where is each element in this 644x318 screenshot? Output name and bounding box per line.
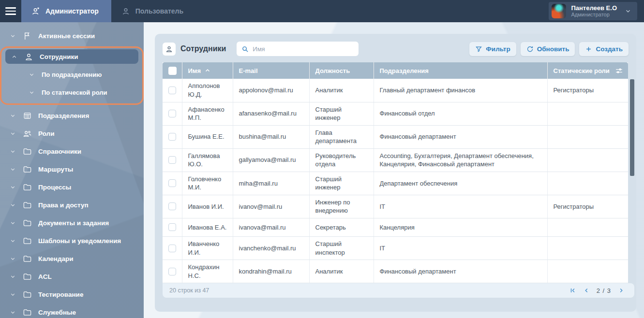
cell-email: kondrahin@mail.ru <box>233 260 309 283</box>
sidebar-item-employees[interactable]: Сотрудники <box>5 49 138 64</box>
table-row[interactable]: Бушина Е.Е. bushina@mail.ru Глава департ… <box>163 125 628 148</box>
cell-position: Аналитик <box>309 79 374 102</box>
create-button[interactable]: Создать <box>579 42 629 56</box>
select-all-checkbox[interactable] <box>168 67 177 75</box>
sidebar-item-directories[interactable]: Справочники <box>4 144 140 159</box>
cell-departments: Accounting, Бухгалтерия, Департамент обе… <box>374 148 547 172</box>
sidebar-item-rights-access[interactable]: Права и доступ <box>4 198 140 212</box>
chevron-down-icon <box>10 309 16 316</box>
column-header-name[interactable]: Имя <box>182 62 233 79</box>
sidebar-item-acl[interactable]: ACL <box>4 269 140 284</box>
row-checkbox[interactable] <box>168 202 176 210</box>
row-checkbox[interactable] <box>168 156 176 164</box>
sidebar-item-testing[interactable]: Тестирование <box>4 287 140 302</box>
sidebar-item-routes[interactable]: Маршруты <box>4 162 140 176</box>
filter-icon <box>475 45 482 53</box>
row-checkbox[interactable] <box>168 110 176 117</box>
sort-asc-icon <box>205 68 210 73</box>
table-row[interactable]: Кондрахин Н.С. kondrahin@mail.ru Аналити… <box>163 260 628 283</box>
page-title: Сотрудники <box>180 44 226 53</box>
sidebar-item-service[interactable]: Служебные <box>4 305 140 318</box>
cell-name: Кондрахин Н.С. <box>182 260 233 283</box>
sidebar-item-label: Справочники <box>38 148 81 155</box>
first-page-icon[interactable] <box>569 287 576 294</box>
cell-email: gallyamova@mail.ru <box>233 148 309 172</box>
flag-icon <box>23 31 32 41</box>
row-checkbox[interactable] <box>168 223 176 231</box>
refresh-button[interactable]: Обновить <box>521 42 575 56</box>
table-scrollbar[interactable] <box>630 79 634 176</box>
column-header-email[interactable]: E-mail <box>233 62 309 79</box>
cell-name: Апполонов Ю.Д. <box>182 79 233 102</box>
row-checkbox[interactable] <box>168 179 176 187</box>
sidebar-item-active-sessions[interactable]: Активные сессии <box>4 29 140 43</box>
chevron-down-icon <box>10 238 16 244</box>
cell-position: Инженер по внедрению <box>309 195 374 218</box>
table-row[interactable]: Галлямова Ю.О. gallyamova@mail.ru Руково… <box>163 148 628 172</box>
sidebar-item-label: Роли <box>38 130 54 137</box>
cell-name: Головченко М.И. <box>182 172 233 195</box>
sidebar-item-processes[interactable]: Процессы <box>4 180 140 194</box>
cell-departments: Финансовый отдел <box>374 102 547 125</box>
column-settings-icon[interactable] <box>615 67 623 75</box>
chevron-down-icon <box>10 202 16 208</box>
column-label: Подразделения <box>380 67 429 74</box>
person-icon <box>24 52 33 61</box>
cell-email: miha@mail.ru <box>233 172 309 195</box>
employees-table: Имя E-mail Должность Подразделения Стати… <box>163 62 629 298</box>
cell-position: Руководитель отдела <box>309 148 374 172</box>
row-checkbox[interactable] <box>168 133 176 141</box>
sidebar-item-label: Подразделения <box>38 112 89 119</box>
row-checkbox[interactable] <box>168 245 176 252</box>
page-title-icon-box <box>163 43 176 56</box>
prev-page-icon[interactable] <box>583 287 590 294</box>
row-checkbox[interactable] <box>168 268 176 275</box>
cell-roles <box>547 125 628 148</box>
filter-button[interactable]: Фильтр <box>469 42 516 56</box>
person-star-icon <box>31 6 41 16</box>
search-box <box>237 42 359 56</box>
cell-name: Афанасенко М.П. <box>182 102 233 125</box>
sidebar-item-departments[interactable]: Подразделения <box>4 108 140 123</box>
tab-administrator[interactable]: Администратор <box>21 0 111 22</box>
user-menu[interactable]: Пантелеев Е.О Администратор <box>549 2 637 20</box>
folder-icon <box>23 201 32 210</box>
table-row[interactable]: Иванов И.И. ivanov@mail.ru Инженер по вн… <box>163 195 628 218</box>
cell-departments: Финансовый департамент <box>374 125 547 148</box>
page-indicator: 2 / 3 <box>597 287 611 294</box>
column-header-static-roles[interactable]: Статические роли <box>547 62 628 79</box>
user-name: Пантелеев Е.О <box>571 4 617 12</box>
cell-position: Старший инженер <box>309 102 374 125</box>
hamburger-menu-icon[interactable] <box>0 0 21 22</box>
cell-departments: Канцелярия <box>374 218 547 236</box>
column-label: Статические роли <box>554 67 610 74</box>
folder-icon <box>23 254 32 263</box>
sidebar-item-templates-notifications[interactable]: Шаблоны и уведомления <box>4 233 140 248</box>
sidebar-item-label: Шаблоны и уведомления <box>38 237 121 245</box>
table-row[interactable]: Апполонов Ю.Д. appolonov@mail.ru Аналити… <box>163 79 628 102</box>
sidebar-item-roles[interactable]: Роли <box>4 126 140 141</box>
table-row[interactable]: Иванченко И.И. ivanchenko@mail.ru Старши… <box>163 236 628 260</box>
sidebar-item-label: Календари <box>38 255 74 262</box>
search-input[interactable] <box>253 45 354 53</box>
cell-roles <box>547 260 628 283</box>
sidebar-item-by-static-role[interactable]: По статической роли <box>5 85 138 100</box>
sidebar-item-documents-tasks[interactable]: Документы и задания <box>4 216 140 230</box>
tab-user[interactable]: Пользователь <box>111 0 196 22</box>
sidebar-item-label: ACL <box>38 273 52 280</box>
column-header-position[interactable]: Должность <box>309 62 374 79</box>
top-bar: Администратор Пользователь Пантелеев Е.О… <box>0 0 644 22</box>
column-header-departments[interactable]: Подразделения <box>374 62 547 79</box>
column-label: Должность <box>315 67 350 74</box>
cell-name: Иванов И.И. <box>182 195 233 218</box>
table-row[interactable]: Иванова Е.А. ivanova@mail.ru Секретарь К… <box>163 218 628 236</box>
cell-position: Старший инспектор <box>309 236 374 260</box>
sidebar-item-calendars[interactable]: Календари <box>4 251 140 266</box>
sidebar-item-label: Активные сессии <box>38 32 95 40</box>
table-row[interactable]: Головченко М.И. miha@mail.ru Старший инж… <box>163 172 628 195</box>
cell-name: Иванова Е.А. <box>182 218 233 236</box>
row-checkbox[interactable] <box>168 87 176 94</box>
next-page-icon[interactable] <box>618 287 625 294</box>
table-row[interactable]: Афанасенко М.П. afanasenko@mail.ru Старш… <box>163 102 628 125</box>
sidebar-item-by-department[interactable]: По подразделению <box>5 67 138 82</box>
